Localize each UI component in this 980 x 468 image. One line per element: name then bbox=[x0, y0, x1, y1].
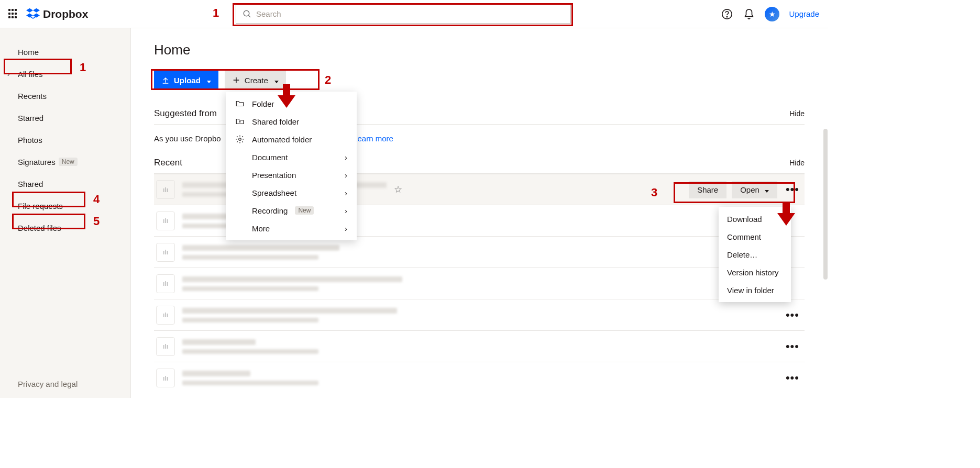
menu-item-presentation[interactable]: Presentation› bbox=[226, 166, 357, 184]
svg-point-3 bbox=[727, 16, 728, 17]
sidebar-label: All files bbox=[18, 70, 43, 79]
upload-icon bbox=[161, 76, 170, 84]
ctx-comment[interactable]: Comment bbox=[719, 228, 791, 246]
svg-line-1 bbox=[248, 15, 250, 17]
sidebar-label: Recents bbox=[18, 92, 47, 101]
menu-item-folder[interactable]: Folder bbox=[226, 95, 357, 113]
more-actions-icon[interactable]: ••• bbox=[783, 308, 802, 322]
upload-label: Upload bbox=[174, 76, 201, 85]
star-icon[interactable]: ☆ bbox=[394, 184, 402, 195]
plus-icon bbox=[232, 76, 240, 84]
more-actions-icon[interactable]: ••• bbox=[783, 183, 802, 196]
ctx-download[interactable]: Download bbox=[719, 210, 791, 228]
audio-file-icon: ılı bbox=[156, 211, 175, 230]
sidebar: Home ›All files Recents Starred Photos S… bbox=[0, 28, 131, 398]
menu-item-recording[interactable]: RecordingNew› bbox=[226, 202, 357, 219]
privacy-link[interactable]: Privacy and legal bbox=[18, 380, 78, 388]
ctx-view-in-folder[interactable]: View in folder bbox=[719, 281, 791, 299]
audio-file-icon: ılı bbox=[156, 369, 175, 387]
create-button[interactable]: Create bbox=[225, 71, 286, 90]
logo-text: Dropbox bbox=[43, 8, 88, 20]
sidebar-item-home[interactable]: Home bbox=[0, 41, 130, 63]
chevron-right-icon: › bbox=[345, 153, 347, 162]
sidebar-item-starred[interactable]: Starred bbox=[0, 107, 130, 129]
menu-label: More bbox=[252, 224, 270, 233]
chevron-down-icon bbox=[763, 185, 769, 194]
recent-row[interactable]: ılı ••• bbox=[154, 331, 805, 362]
sidebar-label: File requests bbox=[18, 202, 63, 210]
menu-item-shared-folder[interactable]: Shared folder bbox=[226, 113, 357, 130]
share-button[interactable]: Share bbox=[689, 181, 726, 198]
sidebar-item-file-requests[interactable]: File requests bbox=[0, 195, 130, 217]
menu-item-spreadsheet[interactable]: Spreadsheet› bbox=[226, 184, 357, 202]
menu-label: Automated folder bbox=[252, 135, 312, 144]
open-button[interactable]: Open bbox=[732, 181, 777, 198]
audio-file-icon: ılı bbox=[156, 337, 175, 356]
search-box[interactable] bbox=[236, 5, 571, 24]
avatar[interactable] bbox=[765, 7, 779, 21]
menu-item-more[interactable]: More› bbox=[226, 219, 357, 237]
suggested-pre: As you use Dropbo bbox=[154, 134, 221, 143]
open-label: Open bbox=[740, 185, 759, 194]
apps-grid-icon[interactable] bbox=[8, 9, 19, 19]
folder-icon bbox=[235, 99, 245, 108]
menu-label: Presentation bbox=[252, 171, 296, 180]
sidebar-label: Photos bbox=[18, 136, 42, 144]
recent-row[interactable]: ılı ••• bbox=[154, 362, 805, 394]
search-input[interactable] bbox=[256, 9, 564, 18]
chevron-down-icon bbox=[272, 76, 279, 85]
upgrade-link[interactable]: Upgrade bbox=[789, 9, 819, 18]
menu-label: Recording bbox=[252, 206, 288, 215]
suggested-heading: Suggested from bbox=[154, 108, 217, 119]
svg-point-0 bbox=[244, 10, 249, 16]
context-menu: Download Comment Delete… Version history… bbox=[719, 207, 791, 302]
chevron-right-icon: › bbox=[345, 188, 347, 197]
audio-file-icon: ılı bbox=[156, 306, 175, 325]
sidebar-item-all-files[interactable]: ›All files bbox=[0, 63, 130, 85]
sidebar-label: Shared bbox=[18, 180, 43, 188]
recent-heading: Recent bbox=[154, 158, 182, 168]
sidebar-item-recents[interactable]: Recents bbox=[0, 85, 130, 107]
sidebar-item-deleted-files[interactable]: Deleted files bbox=[0, 217, 130, 239]
menu-item-automated-folder[interactable]: Automated folder bbox=[226, 130, 357, 148]
page-title: Home bbox=[154, 42, 805, 58]
sidebar-item-shared[interactable]: Shared bbox=[0, 173, 130, 195]
create-label: Create bbox=[245, 76, 268, 85]
audio-file-icon: ılı bbox=[156, 243, 175, 262]
learn-more-link[interactable]: Learn more bbox=[353, 134, 393, 143]
search-icon bbox=[243, 9, 252, 19]
ctx-version-history[interactable]: Version history bbox=[719, 263, 791, 281]
topbar-right: Upgrade bbox=[721, 7, 819, 21]
chevron-right-icon: › bbox=[7, 70, 9, 78]
sidebar-label: Starred bbox=[18, 114, 43, 122]
sidebar-item-photos[interactable]: Photos bbox=[0, 129, 130, 151]
chevron-right-icon: › bbox=[345, 206, 347, 215]
chevron-down-icon bbox=[205, 76, 211, 85]
sidebar-label: Home bbox=[18, 48, 39, 57]
gear-icon bbox=[235, 135, 245, 144]
notifications-icon[interactable] bbox=[743, 8, 755, 20]
new-badge: New bbox=[59, 158, 78, 166]
upload-button[interactable]: Upload bbox=[154, 71, 218, 90]
hide-suggested[interactable]: Hide bbox=[789, 109, 805, 118]
menu-label: Shared folder bbox=[252, 117, 299, 126]
menu-item-document[interactable]: Document› bbox=[226, 148, 357, 166]
audio-file-icon: ılı bbox=[156, 274, 175, 293]
more-actions-icon[interactable]: ••• bbox=[783, 371, 802, 385]
scrollbar[interactable] bbox=[823, 129, 828, 280]
ctx-delete[interactable]: Delete… bbox=[719, 246, 791, 263]
recent-row[interactable]: ılı bbox=[154, 237, 805, 268]
sidebar-item-signatures[interactable]: SignaturesNew bbox=[0, 151, 130, 173]
recent-row[interactable]: ılı ••• bbox=[154, 299, 805, 331]
shared-folder-icon bbox=[235, 117, 245, 126]
top-bar: Dropbox Upgrade bbox=[0, 0, 828, 28]
hide-recent[interactable]: Hide bbox=[789, 159, 805, 167]
create-menu: Folder Shared folder Automated folder Do… bbox=[226, 92, 357, 240]
more-actions-icon[interactable]: ••• bbox=[783, 340, 802, 353]
search-container bbox=[236, 5, 571, 24]
logo[interactable]: Dropbox bbox=[26, 7, 88, 21]
recent-row[interactable]: ılı bbox=[154, 268, 805, 299]
menu-label: Document bbox=[252, 153, 288, 162]
chevron-right-icon: › bbox=[345, 171, 347, 180]
help-icon[interactable] bbox=[721, 8, 733, 20]
